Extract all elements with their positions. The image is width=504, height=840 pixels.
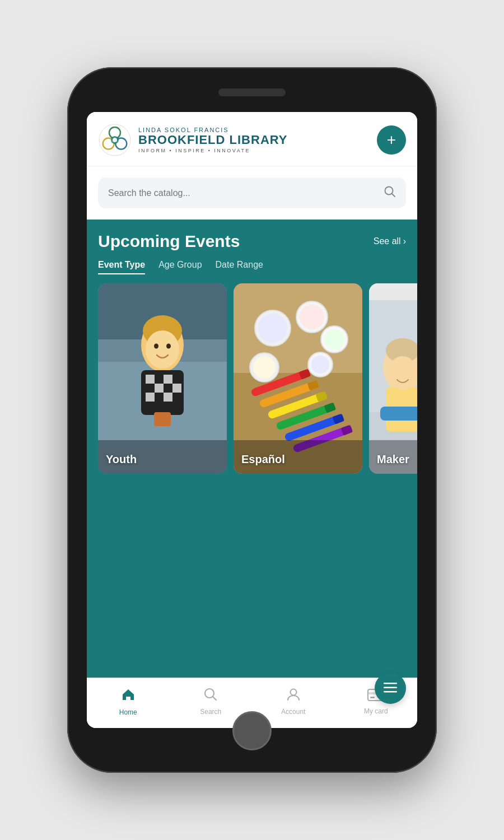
search-nav-icon bbox=[203, 687, 218, 706]
filter-tab-event-type[interactable]: Event Type bbox=[98, 260, 145, 274]
svg-line-8 bbox=[392, 194, 395, 197]
event-card-maker-label: Maker bbox=[377, 453, 409, 466]
logo-name-main: BROOKFIELD LIBRARY bbox=[138, 133, 288, 147]
nav-account-label: Account bbox=[281, 708, 305, 716]
catalog-search-input[interactable] bbox=[108, 188, 378, 198]
svg-rect-75 bbox=[384, 691, 397, 693]
svg-rect-73 bbox=[384, 683, 397, 684]
see-all-label: See all bbox=[374, 236, 401, 246]
filter-tabs: Event Type Age Group Date Range bbox=[87, 260, 417, 283]
add-button[interactable]: + bbox=[377, 125, 406, 155]
see-all-chevron: › bbox=[403, 236, 406, 246]
svg-rect-20 bbox=[164, 384, 172, 393]
svg-point-65 bbox=[388, 356, 417, 390]
svg-rect-64 bbox=[380, 407, 417, 421]
phone-home-button[interactable] bbox=[232, 711, 272, 750]
event-card-youth-label: Youth bbox=[106, 453, 137, 466]
svg-point-35 bbox=[258, 314, 287, 343]
filter-tab-age-group[interactable]: Age Group bbox=[158, 260, 202, 274]
event-card-espanol-label: Español bbox=[241, 453, 285, 466]
events-header: Upcoming Events See all › bbox=[87, 220, 417, 260]
svg-rect-30 bbox=[154, 412, 171, 426]
library-logo-icon bbox=[98, 123, 132, 157]
svg-point-39 bbox=[324, 329, 344, 349]
svg-line-68 bbox=[213, 697, 216, 700]
svg-rect-19 bbox=[155, 384, 164, 393]
events-title: Upcoming Events bbox=[98, 232, 240, 251]
svg-point-43 bbox=[311, 356, 329, 374]
phone-speaker bbox=[218, 88, 286, 96]
svg-rect-25 bbox=[172, 393, 181, 402]
nav-mycard-label: My card bbox=[364, 707, 388, 715]
svg-rect-21 bbox=[172, 384, 181, 393]
svg-point-69 bbox=[290, 689, 296, 696]
svg-rect-22 bbox=[146, 393, 155, 402]
svg-rect-24 bbox=[164, 393, 172, 402]
event-cards-container: Youth bbox=[87, 283, 417, 678]
see-all-button[interactable]: See all › bbox=[374, 236, 406, 246]
nav-item-account[interactable]: Account bbox=[252, 687, 335, 716]
svg-point-28 bbox=[154, 344, 158, 349]
logo-area: LINDA SOKOL FRANCIS BROOKFIELD LIBRARY I… bbox=[98, 123, 288, 157]
phone-screen: LINDA SOKOL FRANCIS BROOKFIELD LIBRARY I… bbox=[87, 112, 417, 728]
svg-rect-23 bbox=[155, 393, 164, 402]
svg-rect-14 bbox=[146, 375, 155, 384]
svg-rect-72 bbox=[370, 697, 375, 698]
svg-point-6 bbox=[113, 138, 117, 142]
nav-item-home[interactable]: Home bbox=[87, 687, 170, 716]
home-icon bbox=[120, 687, 136, 706]
event-card-youth[interactable]: Youth bbox=[98, 283, 227, 474]
svg-point-27 bbox=[146, 330, 179, 368]
svg-point-41 bbox=[253, 356, 276, 379]
search-icon bbox=[384, 185, 396, 200]
event-card-maker[interactable]: Maker bbox=[369, 283, 417, 474]
svg-point-37 bbox=[300, 305, 324, 329]
search-bar[interactable] bbox=[98, 178, 406, 208]
nav-home-label: Home bbox=[119, 708, 137, 716]
nav-item-search[interactable]: Search bbox=[170, 687, 253, 716]
search-bar-area bbox=[87, 166, 417, 220]
logo-tagline: INFORM • INSPIRE • INNOVATE bbox=[138, 148, 288, 153]
menu-fab-button[interactable] bbox=[375, 673, 406, 704]
nav-search-label: Search bbox=[200, 708, 221, 716]
svg-point-29 bbox=[166, 344, 171, 349]
phone-frame: LINDA SOKOL FRANCIS BROOKFIELD LIBRARY I… bbox=[67, 67, 437, 773]
svg-rect-59 bbox=[369, 283, 417, 289]
filter-tab-date-range[interactable]: Date Range bbox=[216, 260, 263, 274]
svg-rect-74 bbox=[384, 687, 397, 688]
hamburger-icon bbox=[384, 683, 397, 694]
account-nav-icon bbox=[286, 687, 301, 706]
svg-rect-17 bbox=[172, 375, 181, 384]
svg-rect-18 bbox=[146, 384, 155, 393]
app-header: LINDA SOKOL FRANCIS BROOKFIELD LIBRARY I… bbox=[87, 112, 417, 166]
svg-rect-15 bbox=[155, 375, 164, 384]
logo-text: LINDA SOKOL FRANCIS BROOKFIELD LIBRARY I… bbox=[138, 127, 288, 153]
event-card-espanol[interactable]: Español bbox=[234, 283, 362, 474]
events-section: Upcoming Events See all › Event Type Age… bbox=[87, 220, 417, 678]
svg-rect-16 bbox=[164, 375, 172, 384]
